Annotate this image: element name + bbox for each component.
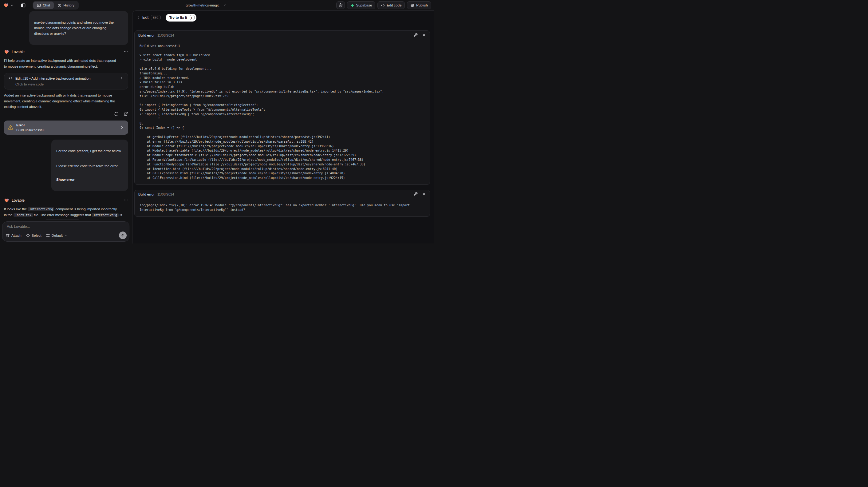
- chevron-down-icon: [223, 3, 226, 7]
- lovable-heart-icon: [3, 3, 9, 8]
- restore-button[interactable]: [114, 112, 119, 117]
- assistant-summary-text: Added an interactive background with pin…: [4, 93, 128, 110]
- project-switcher-button[interactable]: [223, 3, 226, 8]
- text-run: It looks like the: [4, 207, 28, 211]
- chevron-right-icon: [120, 76, 124, 80]
- close-icon: [422, 192, 426, 196]
- open-preview-button[interactable]: [124, 112, 128, 117]
- build-error-title: Build error: [138, 33, 155, 37]
- build-error-header: Build error 11/08/2024: [135, 31, 430, 40]
- assistant-fix-text: It looks like the InteractiveBg componen…: [4, 206, 128, 220]
- panel-left-icon: [21, 3, 26, 8]
- build-error-header: Build error 11/08/2024: [135, 190, 430, 199]
- gear-icon: [338, 3, 343, 7]
- edit-card-subtitle: Click to view code: [16, 82, 124, 86]
- build-error-title: Build error: [138, 192, 155, 196]
- close-error-button[interactable]: [422, 192, 426, 197]
- assistant-name: Lovable: [12, 198, 25, 203]
- edit-code-button[interactable]: Edit code: [377, 1, 405, 9]
- edit-card-28[interactable]: Edit #28 • Add interactive background an…: [4, 73, 128, 89]
- esc-key-hint: ESC: [151, 15, 161, 20]
- send-button[interactable]: [119, 232, 127, 239]
- inline-code: InteractiveBg.tsx: [45, 219, 80, 220]
- build-log: src/pages/Index.tsx(7,10): error TS2614:…: [135, 199, 430, 216]
- inline-code: InteractiveBg: [28, 207, 54, 211]
- more-options-icon: [124, 198, 128, 202]
- inline-code: InteractiveBg: [92, 213, 119, 217]
- assistant-message-header: Lovable: [4, 198, 128, 203]
- close-error-button[interactable]: [422, 33, 426, 38]
- chevron-left-icon: [136, 16, 140, 19]
- restore-icon: [114, 112, 119, 116]
- fix-toolbar: Exit ESC Try to fix it F: [136, 13, 434, 22]
- chevron-down-icon: [10, 4, 13, 7]
- edit-card-title: Edit #28 • Add interactive background an…: [16, 77, 90, 80]
- tab-chat-label: Chat: [43, 3, 50, 7]
- chat-input[interactable]: [2, 222, 129, 231]
- build-error-date: 11/08/2024: [157, 33, 174, 37]
- message-options-button[interactable]: [124, 49, 128, 55]
- chat-history-tabs: Chat History: [33, 1, 79, 9]
- f-key-hint: F: [190, 15, 194, 20]
- supabase-button[interactable]: Supabase: [347, 1, 376, 9]
- chat-message-list[interactable]: maybe diagramming points and when you mo…: [0, 10, 132, 219]
- attach-button[interactable]: Attach: [5, 233, 22, 238]
- build-error-chip[interactable]: Error Build unsuccessful: [4, 121, 128, 135]
- supabase-label: Supabase: [356, 3, 372, 7]
- exit-button[interactable]: Exit: [136, 16, 149, 20]
- topbar: Chat History growth-metrics-magic: [0, 0, 434, 10]
- tab-history[interactable]: History: [54, 2, 78, 9]
- select-label: Select: [32, 234, 41, 237]
- inline-code: Index.tsx: [13, 213, 33, 217]
- code-icon: [381, 3, 385, 7]
- error-chip-subtitle: Build unsuccessful: [16, 128, 44, 132]
- build-error-date: 11/08/2024: [157, 192, 174, 196]
- user-message-line: Please edit the code to resolve the erro…: [56, 163, 123, 169]
- assistant-message-header: Lovable: [4, 49, 128, 55]
- chat-sidebar: maybe diagramming points and when you mo…: [0, 10, 132, 243]
- build-error-panel-2: Build error 11/08/2024 src/pages/In: [134, 190, 430, 217]
- settings-button[interactable]: [336, 1, 345, 9]
- select-element-button[interactable]: Select: [26, 233, 41, 238]
- tab-chat[interactable]: Chat: [33, 2, 54, 9]
- chevron-down-icon: [64, 234, 67, 237]
- globe-icon: [410, 3, 414, 7]
- user-message-text: maybe diagramming points and when you mo…: [34, 20, 123, 36]
- show-error-link[interactable]: Show error: [56, 177, 123, 182]
- attach-image-icon: [5, 233, 10, 238]
- mode-selector-button[interactable]: Default: [46, 233, 67, 238]
- tab-history-label: History: [63, 3, 74, 7]
- attach-label: Attach: [11, 234, 22, 237]
- history-icon: [58, 3, 61, 7]
- fix-error-button[interactable]: [414, 192, 418, 197]
- mode-label: Default: [52, 234, 63, 237]
- assistant-intro-text: I'll help create an interactive backgrou…: [4, 58, 128, 69]
- chat-bubble-icon: [37, 3, 41, 7]
- wrench-icon: [414, 33, 418, 37]
- try-to-fix-button[interactable]: Try to fix it F: [166, 14, 196, 22]
- try-to-fix-label: Try to fix it: [169, 16, 187, 19]
- user-message: For the code present, I get the error be…: [51, 140, 128, 191]
- composer: Attach Select Default: [2, 221, 129, 242]
- publish-button[interactable]: Publish: [407, 1, 431, 9]
- error-chip-title: Error: [16, 123, 44, 127]
- error-overlay-panel: Exit ESC Try to fix it F Build error 11/…: [132, 10, 434, 243]
- close-icon: [422, 33, 426, 37]
- build-log: Build was unsuccessful > vite_react_shad…: [135, 40, 430, 184]
- exit-label: Exit: [142, 16, 149, 20]
- warning-triangle-icon: [8, 125, 13, 130]
- supabase-icon: [350, 3, 354, 7]
- wrench-icon: [414, 192, 418, 196]
- lovable-logo-menu[interactable]: [3, 2, 14, 9]
- publish-label: Publish: [416, 3, 428, 7]
- user-message-line: For the code present, I get the error be…: [56, 148, 123, 154]
- more-options-icon: [124, 49, 128, 54]
- text-run: file. The error message suggests that: [33, 213, 92, 217]
- code-icon: [9, 76, 12, 80]
- message-options-button[interactable]: [124, 198, 128, 203]
- lovable-heart-icon: [4, 50, 9, 54]
- crosshair-icon: [26, 233, 30, 238]
- fix-error-button[interactable]: [414, 33, 418, 38]
- sidebar-toggle-button[interactable]: [19, 1, 28, 9]
- user-message: maybe diagramming points and when you mo…: [29, 11, 128, 45]
